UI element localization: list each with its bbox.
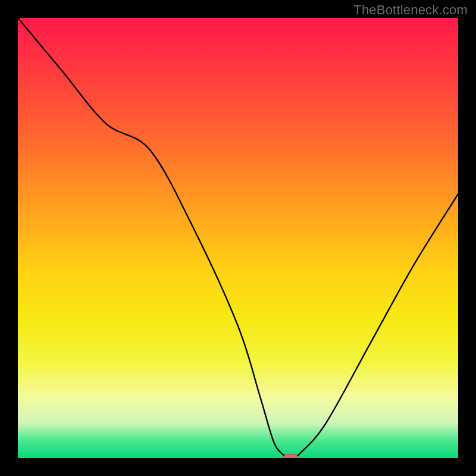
chart-svg: [18, 18, 458, 458]
watermark-text: TheBottleneck.com: [353, 2, 468, 18]
bottleneck-curve: [18, 18, 458, 458]
chart-frame: TheBottleneck.com: [0, 0, 476, 476]
plot-area: [18, 18, 458, 458]
optimal-marker: [284, 455, 298, 459]
